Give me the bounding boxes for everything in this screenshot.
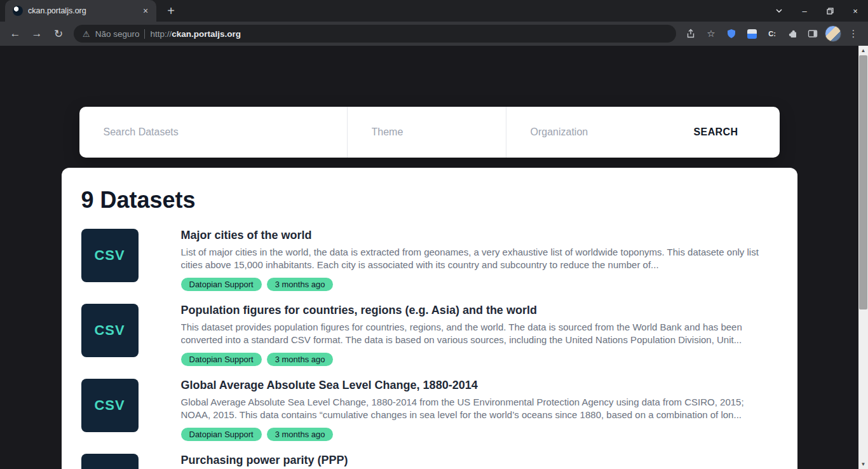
dataset-body: Global Average Absolute Sea Level Change… xyxy=(181,379,776,441)
window-controls: – × xyxy=(766,0,868,22)
new-tab-button[interactable]: + xyxy=(161,1,180,20)
bookmark-star-icon[interactable]: ☆ xyxy=(702,24,721,43)
format-csv-badge: CSV xyxy=(81,304,139,357)
extensions-puzzle-icon[interactable] xyxy=(783,24,802,43)
dataset-body: Population figures for countries, region… xyxy=(181,304,776,366)
page-content: SEARCH 9 Datasets CSV Major cities of th… xyxy=(0,107,858,469)
page-scrollbar[interactable]: ▲ ▼ xyxy=(858,46,868,469)
browser-toolbar: ← → ↻ ⚠ Não seguro http://ckan.portaljs.… xyxy=(0,22,868,46)
window-restore-icon[interactable] xyxy=(817,0,843,22)
url-scheme: http:// xyxy=(150,29,172,39)
search-datasets-cell xyxy=(79,107,348,158)
dataset-tags: Datopian Support 3 months ago xyxy=(181,428,776,441)
page-url[interactable]: http://ckan.portaljs.org xyxy=(150,29,241,39)
theme-filter-input[interactable] xyxy=(370,126,483,139)
tab-title: ckan.portaljs.org xyxy=(28,6,135,15)
avatar-image xyxy=(825,25,841,42)
dataset-description: List of major cities in the world, the d… xyxy=(181,246,776,271)
tab-favicon xyxy=(13,6,23,16)
page-viewport: ▲ ▼ SEARCH 9 Datasets CSV Major ci xyxy=(0,46,868,469)
organization-tag[interactable]: Datopian Support xyxy=(181,278,262,291)
format-csv-badge: CSV xyxy=(81,229,139,282)
format-csv-badge: CSV xyxy=(81,379,139,432)
format-csv-badge: CSV xyxy=(81,454,139,469)
organization-tag[interactable]: Datopian Support xyxy=(181,353,262,366)
organization-tag[interactable]: Datopian Support xyxy=(181,428,262,441)
security-label[interactable]: Não seguro xyxy=(95,29,140,39)
dataset-results-card: 9 Datasets CSV Major cities of the world… xyxy=(62,168,797,469)
browser-tab[interactable]: ckan.portaljs.org × xyxy=(5,0,156,22)
not-secure-warning-icon: ⚠ xyxy=(83,29,90,39)
updated-time-tag: 3 months ago xyxy=(267,428,334,441)
extension-c-label: C: xyxy=(768,30,776,37)
browser-tab-strip: ckan.portaljs.org × + – × xyxy=(0,0,868,22)
extension-badge-icon[interactable] xyxy=(742,24,761,43)
shield-extension-icon[interactable] xyxy=(722,24,741,43)
updated-time-tag: 3 months ago xyxy=(267,353,334,366)
dataset-description: This dataset provides population figures… xyxy=(181,321,776,346)
dataset-row[interactable]: CSV Population figures for countries, re… xyxy=(81,304,776,366)
organization-filter-input[interactable] xyxy=(529,126,630,139)
dataset-row[interactable]: CSV Purchasing power parity (PPP) xyxy=(81,454,776,469)
extension-c-icon[interactable]: C: xyxy=(763,24,782,43)
dataset-description: Global Average Absolute Sea Level Change… xyxy=(181,396,776,421)
reload-icon[interactable]: ↻ xyxy=(48,24,69,44)
dataset-row[interactable]: CSV Global Average Absolute Sea Level Ch… xyxy=(81,379,776,441)
updated-time-tag: 3 months ago xyxy=(267,278,334,291)
address-separator xyxy=(144,29,145,39)
dataset-tags: Datopian Support 3 months ago xyxy=(181,353,776,366)
window-minimize-icon[interactable]: – xyxy=(792,0,817,22)
dataset-search-bar: SEARCH xyxy=(79,107,780,158)
dataset-body: Major cities of the world List of major … xyxy=(181,229,776,291)
dataset-body: Purchasing power parity (PPP) xyxy=(181,454,776,469)
browser-menu-icon[interactable]: ⋮ xyxy=(844,24,863,43)
share-icon[interactable] xyxy=(681,24,700,43)
scroll-up-icon[interactable]: ▲ xyxy=(858,46,868,55)
back-icon[interactable]: ← xyxy=(5,24,25,44)
forward-icon[interactable]: → xyxy=(27,24,47,44)
scrollbar-thumb[interactable] xyxy=(859,55,867,309)
dataset-row[interactable]: CSV Major cities of the world List of ma… xyxy=(81,229,776,291)
window-close-icon[interactable]: × xyxy=(843,0,868,22)
dataset-title-link[interactable]: Global Average Absolute Sea Level Change… xyxy=(181,379,776,392)
dataset-tags: Datopian Support 3 months ago xyxy=(181,278,776,291)
search-button[interactable]: SEARCH xyxy=(653,107,780,158)
side-panel-icon[interactable] xyxy=(803,24,822,43)
extension-badge xyxy=(747,29,757,39)
profile-avatar[interactable] xyxy=(824,24,843,43)
search-datasets-input[interactable] xyxy=(102,126,324,139)
dataset-title-link[interactable]: Purchasing power parity (PPP) xyxy=(181,454,776,467)
scroll-down-icon[interactable]: ▼ xyxy=(858,459,868,469)
results-count-heading: 9 Datasets xyxy=(81,187,776,214)
url-domain: ckan.portaljs.org xyxy=(172,29,241,39)
address-bar[interactable]: ⚠ Não seguro http://ckan.portaljs.org xyxy=(74,25,676,43)
tab-search-chevron-icon[interactable] xyxy=(766,0,792,22)
organization-filter-cell xyxy=(506,107,653,158)
theme-filter-cell xyxy=(348,107,506,158)
dataset-title-link[interactable]: Major cities of the world xyxy=(181,229,776,242)
tab-close-icon[interactable]: × xyxy=(140,5,151,17)
dataset-title-link[interactable]: Population figures for countries, region… xyxy=(181,304,776,317)
